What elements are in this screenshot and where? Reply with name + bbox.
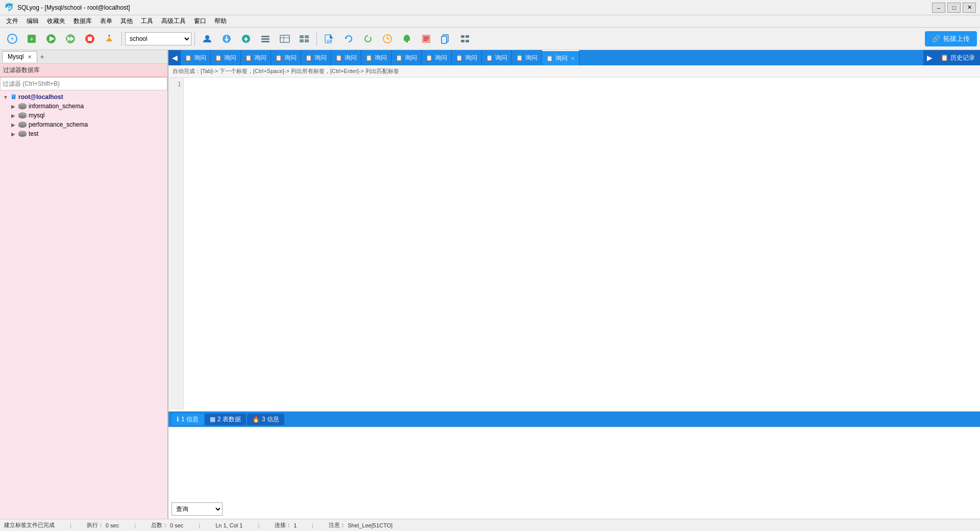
tree-db-performance_schema[interactable]: ▶ performance_schema [0,120,167,129]
connection-info: 连接： 1 [275,521,297,529]
user-manager-button[interactable] [198,30,216,47]
notification-button[interactable] [398,30,416,47]
build-status: 建立标签文件已完成 [4,521,55,529]
upload-button[interactable]: 🔗 拓拔上传 [925,31,977,46]
line-numbers: 1 [168,78,184,410]
svg-rect-20 [280,35,289,42]
query-tabs: ◀ 📋询问📋询问📋询问📋询问📋询问📋询问📋询问📋询问📋询问📋询问📋询问📋询问📋询… [168,50,980,65]
svg-text:+: + [10,35,14,42]
history-tab[interactable]: 📋 历史记录 [936,50,980,65]
code-content[interactable] [184,78,980,410]
tabs-prev-button[interactable]: ◀ [168,50,181,65]
query-tab-6[interactable]: 📋询问 [361,50,391,65]
import-button[interactable] [217,30,236,47]
menu-item-数据库[interactable]: 数据库 [69,16,96,27]
refresh-button[interactable] [359,30,377,47]
query-tab-12[interactable]: 📋询问✕ [542,50,579,65]
query-tab-icon-5: 📋 [335,55,342,61]
tree-root[interactable]: ▼ 🖥 root@localhost [0,92,167,102]
result-area: 查询 [168,427,980,519]
info-tab[interactable]: ℹ 1 信息 [172,414,204,425]
db-icon [18,112,27,118]
new-query-button[interactable]: + [22,30,41,47]
sync-button[interactable] [339,30,358,47]
expand-icon: ▶ [11,113,17,118]
database-tree: ▼ 🖥 root@localhost ▶ information_schema … [0,90,167,519]
menu-item-帮助[interactable]: 帮助 [210,16,231,27]
run-all-button[interactable] [61,30,80,47]
filter-input[interactable] [0,77,167,90]
toolbar: + + school SQL [0,28,980,50]
svg-rect-38 [442,36,447,43]
menu-item-其他[interactable]: 其他 [116,16,137,27]
mysql-tab[interactable]: Mysql ✕ [2,51,37,62]
note-info: 注意： Shel_Lee[51CTO] [329,521,393,529]
svg-rect-25 [300,39,304,42]
query-tab-3[interactable]: 📋询问 [271,50,301,65]
query-tab-11[interactable]: 📋询问 [512,50,542,65]
bottom-tabs: ℹ 1 信息 ▦ 2 表数据 🔥 3 信息 [168,412,980,427]
tab-close-icon[interactable]: ✕ [28,54,32,60]
menu-item-高级工具[interactable]: 高级工具 [157,16,190,27]
svg-rect-23 [300,35,304,38]
main-layout: Mysql ✕ + 过滤器数据库 ▼ 🖥 root@localhost ▶ in… [0,50,980,519]
table-data-tab[interactable]: ▦ 2 表数据 [205,414,246,425]
query-tab-2[interactable]: 📋询问 [241,50,271,65]
query-tab-10[interactable]: 📋询问 [482,50,512,65]
maximize-button[interactable]: □ [947,3,961,13]
panel-tabs: Mysql ✕ + [0,50,167,64]
stop-button[interactable] [81,30,99,47]
tabs-next-button[interactable]: ▶ [923,50,936,65]
svg-point-12 [205,35,209,39]
minimize-button[interactable]: – [932,3,945,13]
menu-item-表单[interactable]: 表单 [96,16,116,27]
svg-text:+: + [30,35,34,43]
view-button[interactable] [295,30,313,47]
backup-button[interactable] [100,30,118,47]
filter-label: 过滤器数据库 [0,64,167,77]
query-type-dropdown[interactable]: 查询 [172,502,223,516]
schema-button[interactable] [256,30,275,47]
menu-item-编辑[interactable]: 编辑 [22,16,43,27]
menu-item-工具[interactable]: 工具 [137,16,157,27]
add-tab-button[interactable]: + [37,52,47,62]
info-icon: ℹ [177,416,179,423]
run-query-button[interactable] [42,30,60,47]
svg-rect-42 [465,40,469,42]
tree-db-information_schema[interactable]: ▶ information_schema [0,102,167,111]
separator-2 [194,32,195,46]
query-tab-7[interactable]: 📋询问 [391,50,422,65]
query-tab-icon-10: 📋 [486,55,493,61]
menu-item-文件[interactable]: 文件 [2,16,22,27]
expand-icon: ▶ [11,131,17,137]
query-tab-8[interactable]: 📋询问 [422,50,452,65]
query-tab-4[interactable]: 📋询问 [301,50,331,65]
history-button[interactable] [417,30,435,47]
query-tab-9[interactable]: 📋询问 [452,50,482,65]
settings-button[interactable] [456,30,474,47]
query-tab-1[interactable]: 📋询问 [211,50,241,65]
query-tab-5[interactable]: 📋询问 [331,50,361,65]
tree-db-mysql[interactable]: ▶ mysql [0,111,167,120]
close-button[interactable]: ✕ [963,3,976,13]
query-tab-close-12[interactable]: ✕ [571,56,575,61]
svg-rect-18 [261,38,270,40]
export-button[interactable] [237,30,255,47]
schedule-button[interactable] [378,30,397,47]
table-button[interactable] [276,30,294,47]
new-connection-button[interactable]: + [3,30,21,47]
db-list: ▶ information_schema ▶ mysql ▶ performan… [0,102,167,138]
expand-icon: ▶ [11,122,17,128]
tree-db-test[interactable]: ▶ test [0,129,167,138]
copy-button[interactable] [436,30,455,47]
export-sql-button[interactable]: SQL [320,30,338,47]
db-icon [18,122,27,128]
menu-item-窗口[interactable]: 窗口 [190,16,210,27]
left-panel: Mysql ✕ + 过滤器数据库 ▼ 🖥 root@localhost ▶ in… [0,50,168,519]
query-tab-0[interactable]: 📋询问 [181,50,211,65]
query-tab-icon-11: 📋 [516,55,523,61]
database-selector[interactable]: school [125,32,191,45]
msg-tab[interactable]: 🔥 3 信息 [247,414,284,425]
menu-item-收藏夹[interactable]: 收藏夹 [43,16,69,27]
history-icon: 📋 [941,54,948,61]
